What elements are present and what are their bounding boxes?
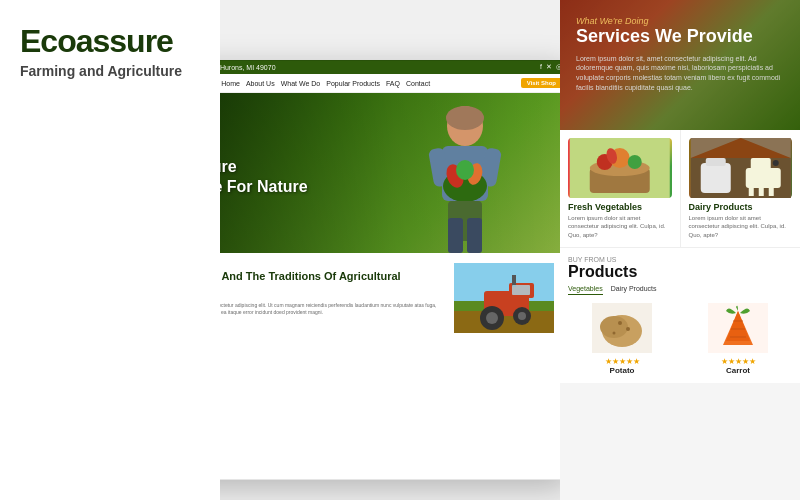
svg-rect-36 xyxy=(758,186,763,196)
carrot-stars: ★★★★★ xyxy=(684,357,792,366)
latest-title: Products xyxy=(568,263,792,281)
dairy-image xyxy=(689,138,793,198)
latest-header: Buy From Us xyxy=(568,256,792,263)
left-panel: Ecoassure Farming and Agriculture xyxy=(0,0,220,500)
vegetables-title: Fresh Vegetables xyxy=(568,202,672,212)
tab-dairy[interactable]: Dairy Products xyxy=(611,285,657,295)
services-text: What We're Doing Services We Provide Lor… xyxy=(560,0,800,109)
nav-items: Home About Us What We Do Popular Product… xyxy=(221,80,515,87)
brand-subtitle: Farming and Agriculture xyxy=(20,63,200,79)
facebook-icon: f xyxy=(540,63,542,71)
dairy-text: Lorem ipsum dolor sit amet consectetur a… xyxy=(689,214,793,239)
services-body: Lorem ipsum dolor sit, amet consectetur … xyxy=(576,54,784,93)
svg-point-28 xyxy=(628,155,642,169)
nav-about[interactable]: About Us xyxy=(246,80,275,87)
latest-tabs: Vegetables Dairy Products xyxy=(568,285,792,295)
svg-rect-35 xyxy=(748,186,753,196)
carrot-name: Carrot xyxy=(684,366,792,375)
brand-title: Ecoassure xyxy=(20,24,200,59)
svg-point-38 xyxy=(772,160,778,166)
about-image xyxy=(454,263,554,333)
potato-item: ★★★★★ Potato xyxy=(568,303,676,375)
nav-contact[interactable]: Contact xyxy=(406,80,430,87)
nav-what[interactable]: What We Do xyxy=(281,80,321,87)
carrot-item: ★★★★★ Carrot xyxy=(684,303,792,375)
svg-rect-34 xyxy=(750,158,770,173)
nav-home[interactable]: Home xyxy=(221,80,240,87)
product-cards-row: Fresh Vegetables Lorem ipsum dolor sit a… xyxy=(560,130,800,248)
svg-rect-11 xyxy=(467,218,482,253)
svg-rect-39 xyxy=(700,163,730,193)
visit-shop-button[interactable]: Visit Shop xyxy=(521,78,562,88)
services-small-text: What We're Doing xyxy=(576,16,784,26)
latest-products: Buy From Us Products Vegetables Dairy Pr… xyxy=(560,248,800,383)
farmer-figure xyxy=(420,98,510,253)
nav-products[interactable]: Popular Products xyxy=(326,80,380,87)
svg-point-20 xyxy=(518,312,526,320)
potato-stars: ★★★★★ xyxy=(568,357,676,366)
svg-rect-10 xyxy=(448,218,463,253)
services-top: What We're Doing Services We Provide Lor… xyxy=(560,0,800,130)
tab-vegetables[interactable]: Vegetables xyxy=(568,285,603,295)
carrot-image xyxy=(708,303,768,353)
svg-point-43 xyxy=(600,316,628,338)
svg-rect-22 xyxy=(512,285,530,295)
potato-name: Potato xyxy=(568,366,676,375)
svg-point-1 xyxy=(446,106,484,130)
svg-point-46 xyxy=(613,332,616,335)
vegetables-image xyxy=(568,138,672,198)
topbar-social: f ✕ ◎ xyxy=(540,63,562,71)
svg-rect-37 xyxy=(768,186,773,196)
svg-rect-40 xyxy=(705,158,725,166)
vegetables-card: Fresh Vegetables Lorem ipsum dolor sit a… xyxy=(560,130,681,247)
svg-point-8 xyxy=(456,160,474,180)
svg-point-45 xyxy=(626,327,630,331)
services-title: Services We Provide xyxy=(576,26,784,48)
twitter-icon: ✕ xyxy=(546,63,552,71)
dairy-title: Dairy Products xyxy=(689,202,793,212)
svg-point-18 xyxy=(486,312,498,324)
latest-items: ★★★★★ Potato xyxy=(568,303,792,375)
potato-image xyxy=(592,303,652,353)
vegetables-text: Lorem ipsum dolor sit amet consectetur a… xyxy=(568,214,672,239)
products-area: Fresh Vegetables Lorem ipsum dolor sit a… xyxy=(560,130,800,248)
right-panel: What We're Doing Services We Provide Lor… xyxy=(560,0,800,500)
svg-point-44 xyxy=(618,321,622,325)
nav-faq[interactable]: FAQ xyxy=(386,80,400,87)
dairy-card: Dairy Products Lorem ipsum dolor sit ame… xyxy=(681,130,801,247)
